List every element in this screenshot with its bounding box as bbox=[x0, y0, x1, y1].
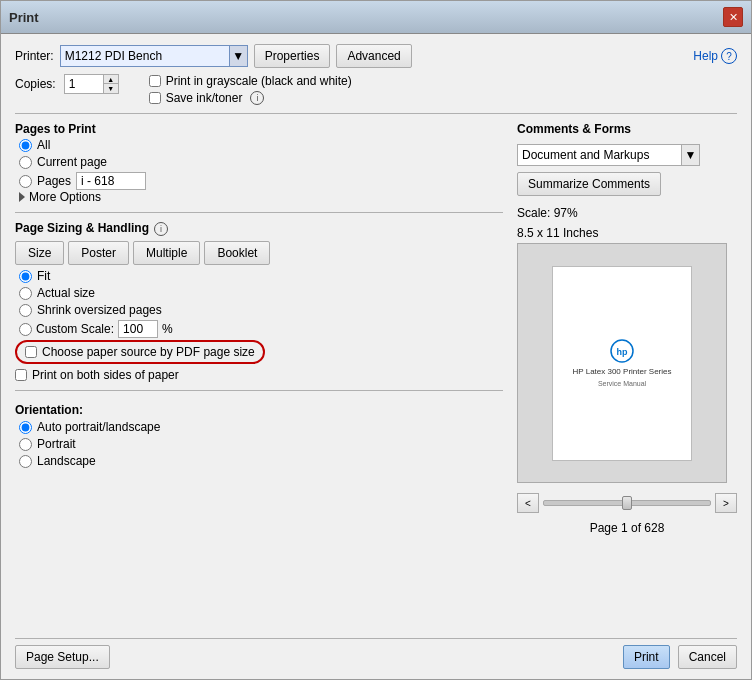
summarize-comments-button[interactable]: Summarize Comments bbox=[517, 172, 661, 196]
auto-orientation-row: Auto portrait/landscape bbox=[19, 420, 503, 434]
page-sizing-info-icon: i bbox=[154, 222, 168, 236]
help-link[interactable]: Help ? bbox=[693, 48, 737, 64]
copies-grayscale-row: Copies: ▲ ▼ Print in grayscale (black an… bbox=[15, 74, 737, 105]
preview-container: hp HP Latex 300 Printer Series Service M… bbox=[517, 243, 727, 483]
comments-forms-dropdown-arrow[interactable]: ▼ bbox=[682, 144, 700, 166]
shrink-label: Shrink oversized pages bbox=[37, 303, 162, 317]
close-button[interactable]: ✕ bbox=[723, 7, 743, 27]
landscape-label: Landscape bbox=[37, 454, 96, 468]
top-row: Printer: M1212 PDI Bench ▼ Properties Ad… bbox=[15, 44, 737, 68]
page-slider-track[interactable] bbox=[543, 500, 711, 506]
custom-scale-row: Custom Scale: % bbox=[19, 320, 503, 338]
page-count-text: Page 1 of 628 bbox=[517, 521, 737, 535]
multiple-button[interactable]: Multiple bbox=[133, 241, 200, 265]
preview-subtitle-text: Service Manual bbox=[598, 380, 646, 387]
all-pages-radio[interactable] bbox=[19, 139, 32, 152]
auto-orientation-radio[interactable] bbox=[19, 421, 32, 434]
poster-button[interactable]: Poster bbox=[68, 241, 129, 265]
copies-row: Copies: ▲ ▼ bbox=[15, 74, 119, 94]
booklet-button[interactable]: Booklet bbox=[204, 241, 270, 265]
all-pages-label: All bbox=[37, 138, 50, 152]
save-ink-label: Save ink/toner bbox=[166, 91, 243, 105]
choose-paper-source-row: Choose paper source by PDF page size bbox=[15, 340, 265, 364]
svg-text:hp: hp bbox=[617, 347, 628, 357]
printer-select: M1212 PDI Bench ▼ bbox=[60, 45, 248, 67]
printer-row: Printer: M1212 PDI Bench ▼ Properties Ad… bbox=[15, 44, 412, 68]
portrait-radio[interactable] bbox=[19, 438, 32, 451]
sizing-radio-group: Fit Actual size Shrink oversized pages bbox=[15, 269, 503, 338]
separator-1 bbox=[15, 113, 737, 114]
comments-forms-title: Comments & Forms bbox=[517, 122, 737, 136]
fit-row: Fit bbox=[19, 269, 503, 283]
right-panel: Comments & Forms Document and Markups ▼ … bbox=[517, 122, 737, 632]
cancel-button[interactable]: Cancel bbox=[678, 645, 737, 669]
prev-page-button[interactable]: < bbox=[517, 493, 539, 513]
dialog-title: Print bbox=[9, 10, 39, 25]
pages-radio-group: All Current page Pages bbox=[15, 138, 503, 190]
preview-page: hp HP Latex 300 Printer Series Service M… bbox=[552, 266, 692, 461]
save-ink-checkbox[interactable] bbox=[149, 92, 161, 104]
choose-paper-source-label: Choose paper source by PDF page size bbox=[42, 345, 255, 359]
comments-forms-dropdown[interactable]: Document and Markups bbox=[517, 144, 682, 166]
grayscale-row: Print in grayscale (black and white) Sav… bbox=[149, 74, 352, 105]
page-setup-button[interactable]: Page Setup... bbox=[15, 645, 110, 669]
all-pages-row: All bbox=[19, 138, 503, 152]
print-both-sides-row: Print on both sides of paper bbox=[15, 368, 503, 382]
choose-paper-source-checkbox[interactable] bbox=[25, 346, 37, 358]
portrait-label: Portrait bbox=[37, 437, 76, 451]
help-icon: ? bbox=[721, 48, 737, 64]
pages-to-print-section: Pages to Print All Current page Pages bbox=[15, 122, 503, 204]
page-slider-thumb[interactable] bbox=[622, 496, 632, 510]
actual-size-label: Actual size bbox=[37, 286, 95, 300]
pages-range-label: Pages bbox=[37, 174, 71, 188]
fit-radio[interactable] bbox=[19, 270, 32, 283]
copies-up[interactable]: ▲ bbox=[104, 75, 118, 84]
sizing-header: Page Sizing & Handling i bbox=[15, 221, 503, 237]
comments-forms-value: Document and Markups bbox=[522, 148, 649, 162]
custom-scale-unit: % bbox=[162, 322, 173, 336]
properties-button[interactable]: Properties bbox=[254, 44, 331, 68]
pages-range-radio[interactable] bbox=[19, 175, 32, 188]
pages-to-print-title: Pages to Print bbox=[15, 122, 503, 136]
save-ink-checkbox-row: Save ink/toner i bbox=[149, 91, 352, 105]
portrait-row: Portrait bbox=[19, 437, 503, 451]
page-sizing-title: Page Sizing & Handling bbox=[15, 221, 149, 235]
landscape-radio[interactable] bbox=[19, 455, 32, 468]
current-page-label: Current page bbox=[37, 155, 107, 169]
custom-scale-input[interactable] bbox=[118, 320, 158, 338]
save-ink-info-icon: i bbox=[250, 91, 264, 105]
orientation-section: Orientation: Auto portrait/landscape Por… bbox=[15, 403, 503, 468]
more-options-row[interactable]: More Options bbox=[15, 190, 503, 204]
print-button[interactable]: Print bbox=[623, 645, 670, 669]
copies-label: Copies: bbox=[15, 77, 56, 91]
print-dialog: Print ✕ Printer: M1212 PDI Bench ▼ Prope… bbox=[0, 0, 752, 680]
grayscale-label: Print in grayscale (black and white) bbox=[166, 74, 352, 88]
grayscale-checkbox[interactable] bbox=[149, 75, 161, 87]
landscape-row: Landscape bbox=[19, 454, 503, 468]
comments-forms-dropdown-row: Document and Markups ▼ bbox=[517, 144, 737, 166]
print-both-sides-label: Print on both sides of paper bbox=[32, 368, 179, 382]
pages-range-input[interactable] bbox=[76, 172, 146, 190]
title-bar: Print ✕ bbox=[1, 1, 751, 34]
actual-size-radio[interactable] bbox=[19, 287, 32, 300]
next-page-button[interactable]: > bbox=[715, 493, 737, 513]
separator-3 bbox=[15, 390, 503, 391]
separator-2 bbox=[15, 212, 503, 213]
preview-section: 8.5 x 11 Inches hp HP Latex 300 Printer … bbox=[517, 226, 737, 483]
advanced-button[interactable]: Advanced bbox=[336, 44, 411, 68]
size-button[interactable]: Size bbox=[15, 241, 64, 265]
copies-input[interactable] bbox=[64, 74, 104, 94]
printer-dropdown-arrow[interactable]: ▼ bbox=[230, 45, 248, 67]
preview-title-text: HP Latex 300 Printer Series bbox=[572, 367, 671, 376]
printer-value: M1212 PDI Bench bbox=[65, 49, 162, 63]
current-page-radio[interactable] bbox=[19, 156, 32, 169]
shrink-radio[interactable] bbox=[19, 304, 32, 317]
print-both-sides-checkbox[interactable] bbox=[15, 369, 27, 381]
copies-down[interactable]: ▼ bbox=[104, 84, 118, 93]
page-slider-row: < > bbox=[517, 493, 737, 513]
page-sizing-section: Page Sizing & Handling i Size Poster Mul… bbox=[15, 221, 503, 382]
auto-orientation-label: Auto portrait/landscape bbox=[37, 420, 160, 434]
grayscale-checkbox-row: Print in grayscale (black and white) bbox=[149, 74, 352, 88]
custom-scale-radio[interactable] bbox=[19, 323, 32, 336]
printer-select-box[interactable]: M1212 PDI Bench bbox=[60, 45, 230, 67]
